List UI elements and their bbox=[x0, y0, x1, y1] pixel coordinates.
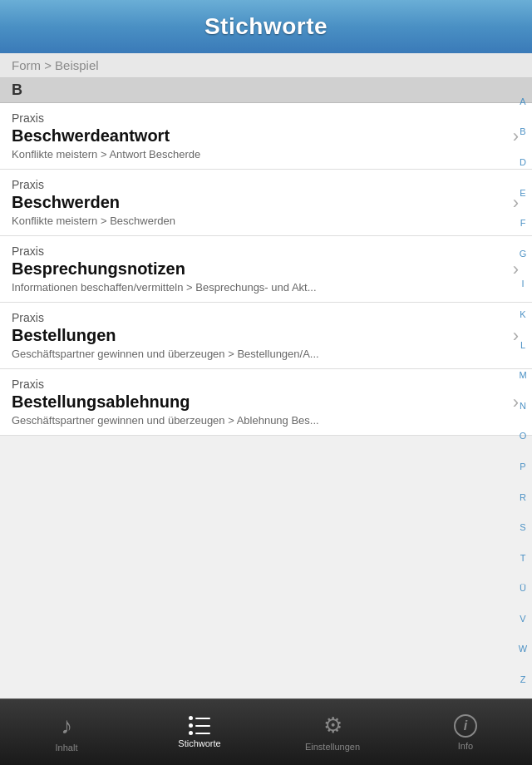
alpha-letter[interactable]: F bbox=[520, 219, 526, 228]
item-title: Beschwerdeantwort bbox=[12, 126, 490, 146]
alpha-letter[interactable]: N bbox=[520, 402, 526, 411]
section-letter: B bbox=[12, 81, 22, 98]
item-title: Beschwerden bbox=[12, 193, 490, 212]
item-category: Praxis bbox=[12, 244, 490, 258]
tab-info[interactable]: i Info bbox=[399, 699, 532, 765]
alpha-letter[interactable]: V bbox=[520, 614, 525, 624]
alphabet-index[interactable]: ABDEFGIKLMNOPRSTÜVWZ bbox=[514, 83, 532, 698]
item-subtitle: Geschäftspartner gewinnen und überzeugen… bbox=[12, 414, 490, 427]
alpha-letter[interactable]: T bbox=[520, 554, 526, 563]
tab-stichworte-label: Stichworte bbox=[178, 738, 220, 748]
list-item[interactable]: Praxis Besprechungsnotizen Informationen… bbox=[0, 236, 532, 303]
alpha-letter[interactable]: Ü bbox=[520, 584, 526, 593]
alpha-letter[interactable]: M bbox=[519, 371, 526, 380]
tab-stichworte[interactable]: Stichworte bbox=[133, 699, 266, 765]
alpha-letter[interactable]: E bbox=[520, 189, 525, 198]
tab-info-label: Info bbox=[458, 741, 473, 751]
breadcrumb: Form > Beispiel bbox=[0, 53, 532, 78]
breadcrumb-text: Form > Beispiel bbox=[12, 58, 99, 72]
tools-icon: ⚙ bbox=[323, 713, 342, 738]
list-item[interactable]: Praxis Bestellungen Geschäftspartner gew… bbox=[0, 303, 532, 369]
alpha-letter[interactable]: I bbox=[521, 279, 524, 289]
music-icon: ♪ bbox=[61, 713, 72, 739]
alpha-letter[interactable]: D bbox=[520, 158, 526, 167]
page-title: Stichworte bbox=[204, 13, 328, 40]
alpha-letter[interactable]: P bbox=[520, 462, 525, 471]
item-category: Praxis bbox=[12, 378, 490, 391]
section-header: B bbox=[0, 78, 532, 103]
alpha-letter[interactable]: S bbox=[520, 523, 525, 532]
list-container: Praxis Beschwerdeantwort Konflikte meist… bbox=[0, 103, 532, 436]
item-subtitle: Konflikte meistern > Antwort Bescherde bbox=[12, 148, 490, 160]
app-header: Stichworte bbox=[0, 0, 532, 53]
alpha-letter[interactable]: Z bbox=[520, 675, 526, 684]
item-subtitle: Konflikte meistern > Beschwerden bbox=[12, 215, 490, 227]
alpha-letter[interactable]: L bbox=[520, 341, 525, 350]
item-title: Besprechungsnotizen bbox=[12, 259, 490, 279]
list-item[interactable]: Praxis Beschwerdeantwort Konflikte meist… bbox=[0, 103, 532, 170]
alpha-letter[interactable]: A bbox=[520, 97, 525, 106]
tab-inhalt-label: Inhalt bbox=[56, 743, 78, 753]
item-subtitle: Geschäftspartner gewinnen und überzeugen… bbox=[12, 348, 490, 360]
item-title: Bestellungen bbox=[12, 326, 490, 345]
alpha-letter[interactable]: B bbox=[520, 127, 525, 136]
alpha-letter[interactable]: G bbox=[520, 249, 527, 259]
item-category: Praxis bbox=[12, 311, 490, 324]
info-icon: i bbox=[454, 714, 477, 738]
tab-einstellungen[interactable]: ⚙ Einstellungen bbox=[266, 699, 399, 765]
item-title: Bestellungsablehnung bbox=[12, 392, 490, 412]
item-category: Praxis bbox=[12, 178, 490, 191]
tab-bar: ♪ Inhalt Stichworte ⚙ Einstellungen i In… bbox=[0, 698, 532, 765]
tab-einstellungen-label: Einstellungen bbox=[305, 742, 360, 752]
alpha-letter[interactable]: O bbox=[520, 432, 527, 441]
list-icon bbox=[189, 716, 210, 735]
alpha-letter[interactable]: R bbox=[520, 493, 526, 502]
alpha-letter[interactable]: K bbox=[520, 310, 525, 319]
list-item[interactable]: Praxis Beschwerden Konflikte meistern > … bbox=[0, 170, 532, 236]
tab-inhalt[interactable]: ♪ Inhalt bbox=[0, 699, 133, 765]
item-category: Praxis bbox=[12, 111, 490, 125]
alpha-letter[interactable]: W bbox=[519, 644, 527, 654]
list-item[interactable]: Praxis Bestellungsablehnung Geschäftspar… bbox=[0, 369, 532, 436]
item-subtitle: Informationen beschaffen/vermitteln > Be… bbox=[12, 281, 490, 294]
